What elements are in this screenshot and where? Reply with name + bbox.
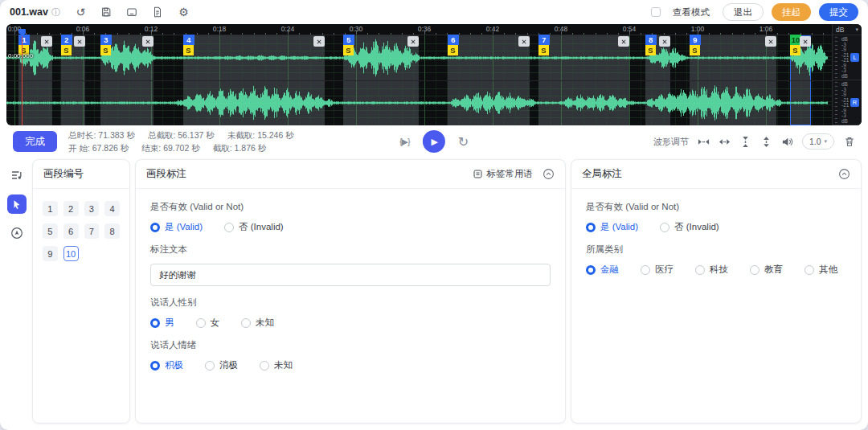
view-mode-checkbox[interactable] <box>651 7 661 17</box>
segment-flag-badge[interactable]: S <box>100 45 111 55</box>
horizontal-shrink-icon[interactable] <box>698 136 710 148</box>
suspend-button[interactable]: 挂起 <box>772 3 811 21</box>
chevron-down-icon[interactable]: ▾ <box>855 27 858 33</box>
segment-region[interactable]: 6S✕ <box>448 35 530 125</box>
segment-number-badge[interactable]: 2 <box>61 35 72 45</box>
segments-list-icon[interactable] <box>7 166 27 185</box>
segment-number-button[interactable]: 4 <box>104 201 120 216</box>
radio-option[interactable]: 否 (Invalid) <box>660 221 719 233</box>
ruler-tick <box>231 33 231 35</box>
collapse-icon[interactable] <box>838 168 850 180</box>
radio-option[interactable]: 教育 <box>750 264 783 276</box>
exit-button[interactable]: 退出 <box>723 3 764 21</box>
file-title: 001.wav ⓘ <box>10 6 60 18</box>
radio-option[interactable]: 科技 <box>695 264 728 276</box>
info-icon[interactable]: ⓘ <box>51 6 60 18</box>
segment-number-button[interactable]: 8 <box>104 223 120 239</box>
segment-delete-button[interactable]: ✕ <box>407 36 419 47</box>
segment-region[interactable]: 4S✕ <box>183 35 325 125</box>
playhead-handle[interactable] <box>18 29 26 34</box>
radio-option[interactable]: 未知 <box>241 317 274 329</box>
submit-button[interactable]: 提交 <box>819 3 858 21</box>
ruler-tick <box>276 33 277 35</box>
trash-icon[interactable] <box>843 136 855 148</box>
segment-flag-badge[interactable]: S <box>448 45 458 55</box>
segment-region[interactable]: 1S✕ <box>18 35 52 125</box>
radio-option[interactable]: 医疗 <box>641 264 674 276</box>
segment-number-button[interactable]: 6 <box>63 223 79 239</box>
undo-icon[interactable]: ↺ <box>75 6 87 18</box>
segment-number-button[interactable]: 7 <box>84 223 100 239</box>
segment-region[interactable]: 10S✕ <box>790 35 811 125</box>
settings-gear-icon[interactable]: ⚙ <box>178 6 190 18</box>
waveform-plot[interactable]: 1S✕2S✕3S✕4S✕5S✕6S✕7S✕8S✕9S✕10S✕ 0:00.000 <box>6 35 832 125</box>
segment-region[interactable]: 3S✕ <box>100 35 154 125</box>
segment-delete-button[interactable]: ✕ <box>618 36 629 47</box>
segment-flag-badge[interactable]: S <box>61 45 72 55</box>
radio-option[interactable]: 女 <box>196 317 220 329</box>
segment-number-button[interactable]: 5 <box>43 223 58 239</box>
radio-option[interactable]: 是 (Valid) <box>586 221 638 233</box>
segment-number-badge[interactable]: 6 <box>448 35 459 45</box>
segment-number-button[interactable]: 10 <box>63 246 79 261</box>
playback-speed-select[interactable]: 1.0 ▾ <box>802 133 834 149</box>
radio-option[interactable]: 金融 <box>586 264 619 276</box>
play-button[interactable]: ▶ <box>423 130 445 153</box>
radio-option[interactable]: 其他 <box>805 264 837 276</box>
done-button[interactable]: 完成 <box>13 131 57 152</box>
segment-number-badge[interactable]: 7 <box>538 35 550 45</box>
segment-region[interactable]: 7S✕ <box>538 35 629 125</box>
horizontal-expand-icon[interactable] <box>719 136 731 148</box>
segment-flag-badge[interactable]: S <box>183 45 194 55</box>
radio-option[interactable]: 是 (Valid) <box>150 221 203 233</box>
card-icon[interactable] <box>126 6 138 18</box>
segment-number-button[interactable]: 9 <box>43 246 58 261</box>
segment-flag-badge[interactable]: S <box>790 45 800 55</box>
replay-icon[interactable]: ↻ <box>458 134 469 149</box>
radio-option[interactable]: 否 (Invalid) <box>224 221 284 233</box>
speed-value: 1.0 <box>809 137 821 146</box>
segment-delete-button[interactable]: ✕ <box>313 36 325 47</box>
vertical-expand-icon[interactable] <box>760 136 772 148</box>
segment-delete-button[interactable]: ✕ <box>142 36 154 47</box>
collapse-icon[interactable] <box>542 168 555 180</box>
segment-region[interactable]: 9S✕ <box>690 35 776 125</box>
ruler-tick <box>208 33 209 35</box>
segment-flag-badge[interactable]: S <box>645 45 656 55</box>
vertical-shrink-icon[interactable] <box>739 136 751 148</box>
segment-region[interactable]: 2S✕ <box>61 35 85 125</box>
segment-flag-badge[interactable]: S <box>538 45 549 55</box>
radio-option[interactable]: 积极 <box>150 359 183 371</box>
radio-option[interactable]: 未知 <box>260 359 293 371</box>
segment-number-badge[interactable]: 3 <box>100 35 112 45</box>
locate-icon[interactable] <box>7 223 27 243</box>
waveform-container[interactable]: 0:000:060:120:180:240:300:360:420:480:54… <box>6 24 862 125</box>
segment-delete-button[interactable]: ✕ <box>41 36 52 47</box>
annotate-tool-icon[interactable] <box>7 195 27 214</box>
annotation-text-input[interactable] <box>150 264 551 286</box>
segment-region[interactable]: 5S✕ <box>343 35 419 125</box>
segment-delete-button[interactable]: ✕ <box>659 36 670 47</box>
segment-number-button[interactable]: 3 <box>84 201 100 216</box>
segment-number-badge[interactable]: 4 <box>183 35 194 45</box>
segment-number-button[interactable]: 1 <box>43 201 58 216</box>
segment-number-badge[interactable]: 9 <box>690 35 701 45</box>
segment-flag-badge[interactable]: S <box>343 45 354 55</box>
segment-number-badge[interactable]: 5 <box>343 35 354 45</box>
volume-icon[interactable] <box>781 136 793 148</box>
playhead[interactable] <box>22 35 23 125</box>
segment-delete-button[interactable]: ✕ <box>800 36 811 47</box>
segment-delete-button[interactable]: ✕ <box>74 36 85 47</box>
radio-option[interactable]: 消极 <box>205 359 238 371</box>
segment-delete-button[interactable]: ✕ <box>765 36 776 47</box>
segment-delete-button[interactable]: ✕ <box>518 36 530 47</box>
segment-number-button[interactable]: 2 <box>63 201 79 216</box>
common-phrases-button[interactable]: 标签常用语 <box>473 168 534 180</box>
radio-option[interactable]: 男 <box>150 317 174 329</box>
segment-region[interactable]: 8S✕ <box>645 35 670 125</box>
document-icon[interactable] <box>152 6 164 18</box>
play-segment-icon[interactable]: {▶} <box>399 137 410 147</box>
segment-number-badge[interactable]: 8 <box>645 35 657 45</box>
save-icon[interactable] <box>100 6 113 18</box>
segment-flag-badge[interactable]: S <box>690 45 700 55</box>
